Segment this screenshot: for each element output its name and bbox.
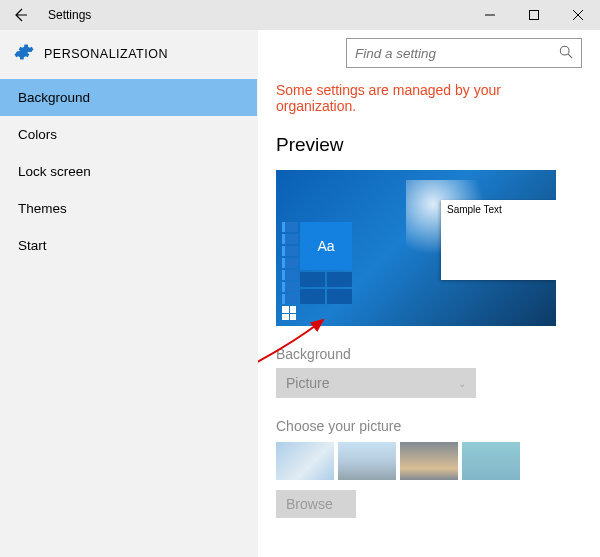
close-button[interactable] — [556, 0, 600, 30]
search-icon — [559, 45, 573, 62]
maximize-button[interactable] — [512, 0, 556, 30]
svg-point-1 — [560, 46, 569, 55]
org-managed-message: Some settings are managed by your organi… — [276, 82, 582, 114]
sidebar-item-lock-screen[interactable]: Lock screen — [0, 153, 257, 190]
picture-thumb-3[interactable] — [400, 442, 458, 480]
svg-rect-0 — [530, 11, 539, 20]
background-dropdown[interactable]: Picture ⌄ — [276, 368, 476, 398]
picture-thumb-4[interactable] — [462, 442, 520, 480]
window-title: Settings — [48, 8, 91, 22]
choose-picture-label: Choose your picture — [276, 418, 582, 434]
start-icon — [282, 306, 296, 320]
sidebar-item-themes[interactable]: Themes — [0, 190, 257, 227]
background-dropdown-value: Picture — [286, 375, 330, 391]
chevron-down-icon: ⌄ — [458, 378, 466, 389]
sidebar-heading: PERSONALIZATION — [44, 47, 168, 61]
sidebar-item-start[interactable]: Start — [0, 227, 257, 264]
sidebar: PERSONALIZATION Background Colors Lock s… — [0, 30, 258, 557]
main-panel: Some settings are managed by your organi… — [258, 30, 600, 557]
preview-thumbnail: Aa Sample Text — [276, 170, 556, 326]
maximize-icon — [529, 10, 539, 20]
gear-icon — [14, 42, 34, 65]
preview-tile-aa: Aa — [300, 222, 352, 270]
sidebar-item-background[interactable]: Background — [0, 79, 257, 116]
picture-thumbnails — [276, 442, 582, 480]
back-arrow-icon — [12, 7, 28, 23]
titlebar: Settings — [0, 0, 600, 30]
back-button[interactable] — [6, 1, 34, 29]
preview-heading: Preview — [276, 134, 582, 156]
minimize-button[interactable] — [468, 0, 512, 30]
sidebar-item-colors[interactable]: Colors — [0, 116, 257, 153]
minimize-icon — [485, 10, 495, 20]
search-input[interactable] — [355, 46, 559, 61]
sidebar-header: PERSONALIZATION — [0, 30, 257, 79]
preview-sample-window: Sample Text — [441, 200, 556, 280]
close-icon — [573, 10, 583, 20]
picture-thumb-1[interactable] — [276, 442, 334, 480]
browse-button[interactable]: Browse — [276, 490, 356, 518]
search-box[interactable] — [346, 38, 582, 68]
background-label: Background — [276, 346, 582, 362]
picture-thumb-2[interactable] — [338, 442, 396, 480]
